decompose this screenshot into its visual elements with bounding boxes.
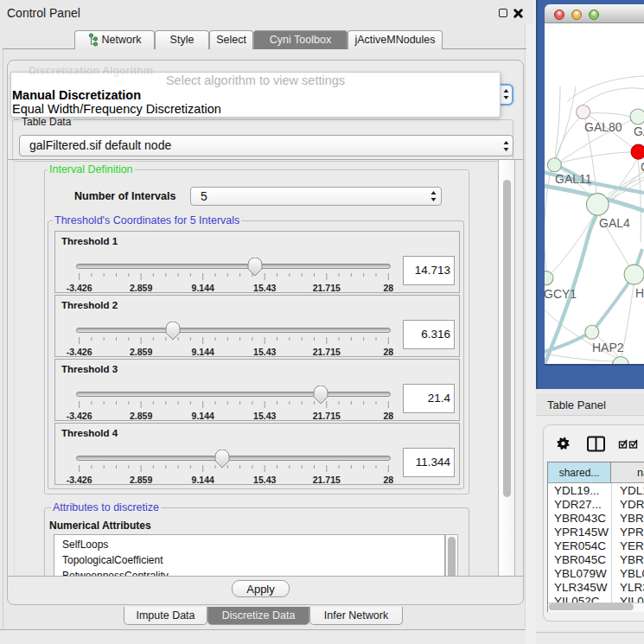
svg-text:GAL4: GAL4 [599,216,630,230]
svg-text:GCY1: GCY1 [545,287,577,301]
svg-text:C: C [641,160,644,174]
svg-text:GA: GA [634,124,644,138]
svg-text:HAP2: HAP2 [592,341,624,354]
svg-text:GAL11: GAL11 [555,172,592,186]
svg-text:H: H [635,286,644,300]
svg-text:GAL80: GAL80 [584,120,622,134]
